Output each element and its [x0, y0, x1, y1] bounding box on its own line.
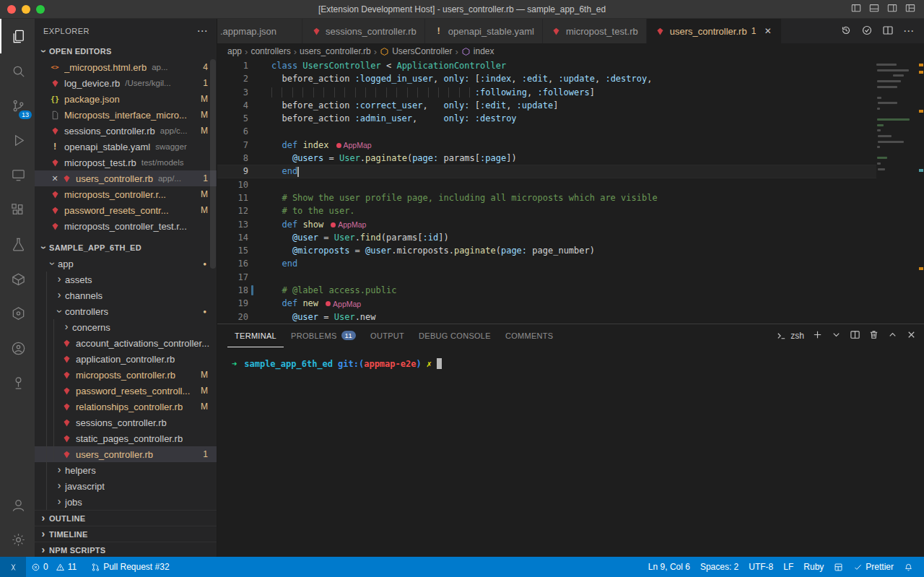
open-editor-openapi-stable-yaml[interactable]: !openapi_stable.yamlswagger — [35, 139, 217, 155]
code-line[interactable]: 15 @microposts = @user.microposts.pagina… — [217, 244, 876, 257]
code-line[interactable]: 2 before_action :logged_in_user, only: [… — [217, 72, 876, 85]
breadcrumb-item-controllers[interactable]: controllers — [250, 46, 290, 56]
kill-terminal-icon[interactable] — [868, 329, 879, 342]
close-icon[interactable]: ✕ — [49, 174, 61, 183]
breadcrumb-item-users-controller-rb[interactable]: users_controller.rb — [300, 46, 371, 56]
new-terminal-icon[interactable] — [812, 329, 823, 342]
live-share-icon[interactable] — [0, 331, 35, 365]
remote-explorer-icon[interactable] — [0, 157, 35, 192]
code-line[interactable]: 1class UsersController < ApplicationCont… — [217, 59, 876, 72]
more-actions-icon[interactable]: ⋯ — [903, 25, 914, 38]
editor[interactable]: 1class UsersController < ApplicationCont… — [217, 59, 924, 324]
appmap-icon[interactable] — [0, 296, 35, 331]
open-editor-log-device-rb[interactable]: log_device.rb/Users/kgil...1 — [35, 75, 217, 91]
prettier-status[interactable]: Prettier — [848, 557, 899, 577]
code-line[interactable]: 19 def newAppMap — [217, 297, 876, 310]
tree-folder-app[interactable]: ›app● — [35, 256, 217, 272]
open-editor-sessions-controller-rb[interactable]: sessions_controller.rbapp/c...M — [35, 123, 217, 139]
accounts-icon[interactable] — [0, 487, 35, 522]
tree-file-password-resets-controll[interactable]: password_resets_controll...M — [35, 383, 217, 399]
close-icon[interactable]: ✕ — [762, 26, 773, 36]
run-debug-icon[interactable] — [0, 123, 35, 157]
code-line[interactable]: 7 def indexAppMap — [217, 139, 876, 152]
test-beaker-icon[interactable] — [0, 227, 35, 261]
panel-tab-debug-console[interactable]: DEBUG CONSOLE — [411, 324, 498, 347]
appmap-decoration[interactable]: AppMap — [336, 139, 372, 152]
tree-file-users-controller-rb[interactable]: users_controller.rb1 — [35, 446, 217, 462]
open-editor-microposts-controller-test-r[interactable]: microposts_controller_test.r... — [35, 218, 217, 234]
tree-file-microposts-controller-rb[interactable]: microposts_controller.rbM — [35, 367, 217, 383]
tree-file-relationships-controller-rb[interactable]: relationships_controller.rbM — [35, 399, 217, 415]
breadcrumb-item-index[interactable]: index — [461, 46, 494, 56]
tree-file-static-pages-controller-rb[interactable]: static_pages_controller.rb — [35, 430, 217, 446]
tab-micropost-test-rb[interactable]: micropost_test.rb — [543, 19, 647, 43]
open-editor-micropost-test-rb[interactable]: micropost_test.rbtest/models — [35, 155, 217, 170]
package-box-icon[interactable] — [0, 261, 35, 296]
tab-sessions-controller-rb[interactable]: sessions_controller.rb — [302, 19, 425, 43]
search-icon[interactable] — [0, 53, 35, 88]
toggle-secondary-sidebar-icon[interactable] — [887, 3, 897, 15]
tree-folder-assets[interactable]: ›assets — [35, 272, 217, 287]
minimap[interactable] — [876, 59, 918, 324]
tree-file-application-controller-rb[interactable]: application_controller.rb — [35, 351, 217, 367]
editor-layout-icon[interactable] — [829, 557, 848, 577]
code-line[interactable]: 6 — [217, 125, 876, 138]
toggle-panel-icon[interactable] — [869, 3, 879, 15]
open-editor-micropost-html-erb[interactable]: <>_micropost.html.erbap...4 — [35, 59, 217, 75]
tab-users-controller-rb[interactable]: users_controller.rb1✕ — [647, 19, 783, 43]
section-outline[interactable]: ›OUTLINE — [35, 510, 217, 526]
breadcrumb-item-app[interactable]: app — [227, 46, 242, 56]
tree-file-sessions-controller-rb[interactable]: sessions_controller.rb — [35, 415, 217, 430]
pull-request-status[interactable]: Pull Request #32 — [86, 557, 174, 577]
workspace-header[interactable]: › SAMPLE_APP_6TH_ED — [35, 240, 217, 256]
code-line[interactable]: 10 — [217, 178, 876, 191]
problems-status[interactable]: 0 11 — [26, 557, 86, 577]
check-circle-icon[interactable] — [861, 25, 873, 38]
split-editor-icon[interactable] — [882, 25, 894, 38]
chevron-down-icon[interactable] — [831, 329, 842, 342]
code-line[interactable]: 3 :following, :followers] — [217, 86, 876, 99]
gitlens-icon[interactable] — [0, 365, 35, 400]
tree-folder-controllers[interactable]: ›controllers● — [35, 303, 217, 319]
code-line[interactable]: 13 def showAppMap — [217, 218, 876, 231]
sidebar-scrollbar[interactable] — [210, 59, 216, 269]
toggle-sidebar-icon[interactable] — [851, 3, 861, 15]
appmap-decoration[interactable]: AppMap — [326, 298, 361, 311]
zoom-window-button[interactable] — [36, 5, 45, 14]
section-timeline[interactable]: ›TIMELINE — [35, 526, 217, 542]
code-line[interactable]: 17 — [217, 271, 876, 284]
cursor-position[interactable]: Ln 9, Col 6 — [643, 557, 695, 577]
code-line[interactable]: 12 # to the user. — [217, 204, 876, 217]
code-line[interactable]: 20 @user = User.new — [217, 311, 876, 324]
notifications-bell-icon[interactable] — [899, 557, 918, 577]
open-editor-microposts-controller-r[interactable]: microposts_controller.r...M — [35, 186, 217, 202]
code-line[interactable]: 5 before_action :admin_user, only: :dest… — [217, 112, 876, 125]
tree-folder-helpers[interactable]: ›helpers — [35, 462, 217, 478]
tab-appmap-json[interactable]: .appmap.json — [217, 19, 302, 43]
panel-tab-comments[interactable]: COMMENTS — [498, 324, 561, 347]
panel-tab-terminal[interactable]: TERMINAL — [227, 324, 284, 347]
language-mode[interactable]: Ruby — [798, 557, 829, 577]
code-line[interactable]: 8 @users = User.paginate(page: params[:p… — [217, 152, 876, 165]
indentation-status[interactable]: Spaces: 2 — [695, 557, 744, 577]
code-line[interactable]: 18 # @label access.public — [217, 284, 876, 297]
maximize-panel-icon[interactable] — [887, 329, 898, 342]
panel-tab-output[interactable]: OUTPUT — [363, 324, 411, 347]
tree-folder-channels[interactable]: ›channels — [35, 287, 217, 303]
code-line[interactable]: 14 @user = User.find(params[:id]) — [217, 231, 876, 244]
code-line[interactable]: 4 before_action :correct_user, only: [:e… — [217, 99, 876, 112]
tree-folder-javascript[interactable]: ›javascript — [35, 478, 217, 494]
source-control-icon[interactable]: 13 — [0, 88, 35, 123]
code-line[interactable]: 11 # Show the user profile page, includi… — [217, 191, 876, 204]
extensions-icon[interactable] — [0, 192, 35, 227]
close-panel-icon[interactable] — [906, 329, 917, 342]
close-window-button[interactable] — [7, 5, 16, 14]
open-editor-users-controller-rb[interactable]: ✕users_controller.rbapp/...1 — [35, 170, 217, 186]
open-editors-header[interactable]: › OPEN EDITORS — [35, 43, 217, 59]
open-editor-password-resets-contr[interactable]: password_resets_contr...M — [35, 202, 217, 218]
tree-folder-concerns[interactable]: ›concerns — [35, 319, 217, 335]
customize-layout-icon[interactable] — [905, 3, 915, 15]
open-editor-package-json[interactable]: {}package.jsonM — [35, 91, 217, 107]
terminal-profile-picker[interactable]: zsh — [776, 331, 804, 342]
breadcrumb-item-userscontroller[interactable]: UsersController — [380, 46, 452, 56]
